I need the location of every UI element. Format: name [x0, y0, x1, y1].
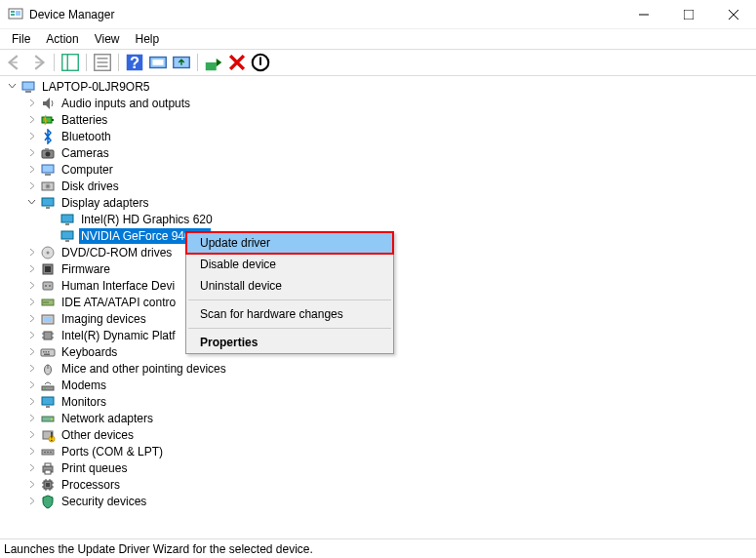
- chevron-right-icon[interactable]: [25, 97, 38, 109]
- mouse-icon: [40, 361, 56, 377]
- bluetooth-icon: [40, 129, 56, 144]
- chevron-right-icon[interactable]: [25, 478, 38, 491]
- network-icon: [40, 411, 56, 426]
- chevron-right-icon[interactable]: [25, 262, 38, 275]
- svg-rect-58: [43, 351, 45, 353]
- tree-category[interactable]: Security devices: [4, 493, 756, 509]
- tree-category[interactable]: Batteries: [4, 111, 756, 128]
- camera-icon: [40, 145, 56, 161]
- help-button[interactable]: ?: [124, 52, 145, 73]
- enable-button[interactable]: [203, 52, 224, 73]
- tree-category[interactable]: Display adapters: [4, 194, 756, 211]
- chevron-down-icon[interactable]: [6, 80, 19, 93]
- device-tree[interactable]: LAPTOP-0LJR9OR5 Audio inputs and outputs…: [0, 76, 756, 538]
- audio-icon: [40, 96, 56, 111]
- chevron-right-icon[interactable]: [25, 345, 38, 358]
- svg-rect-51: [44, 317, 52, 322]
- modem-icon: [40, 378, 56, 393]
- firmware-icon: [40, 261, 56, 277]
- disk-icon: [40, 179, 56, 194]
- tree-category[interactable]: Network adapters: [4, 410, 756, 426]
- chevron-right-icon[interactable]: [25, 179, 38, 192]
- chevron-down-icon[interactable]: [25, 196, 38, 209]
- chevron-right-icon[interactable]: [25, 163, 38, 176]
- svg-rect-27: [45, 148, 49, 150]
- monitor-icon: [40, 394, 56, 410]
- tree-category-label: Audio inputs and outputs: [60, 96, 192, 111]
- chevron-right-icon[interactable]: [25, 296, 38, 308]
- tree-category-label: IDE ATA/ATAPI contro: [60, 295, 178, 310]
- tree-category-label: Keyboards: [60, 344, 119, 360]
- tree-category[interactable]: Audio inputs and outputs: [4, 95, 756, 111]
- menu-view[interactable]: View: [87, 30, 128, 48]
- hid-icon: [40, 278, 56, 294]
- chevron-right-icon[interactable]: [25, 312, 38, 325]
- printer-icon: [40, 460, 56, 476]
- port-icon: [40, 444, 56, 459]
- tree-category[interactable]: Processors: [4, 476, 756, 493]
- svg-rect-79: [45, 470, 51, 474]
- scan-button[interactable]: [147, 52, 169, 73]
- tree-category[interactable]: Mice and other pointing devices: [4, 360, 756, 377]
- close-button[interactable]: [711, 0, 756, 29]
- tree-category[interactable]: Monitors: [4, 393, 756, 410]
- chevron-right-icon[interactable]: [25, 362, 38, 375]
- chevron-right-icon[interactable]: [25, 146, 38, 159]
- svg-rect-36: [65, 223, 69, 225]
- menu-file[interactable]: File: [4, 30, 38, 48]
- forward-button[interactable]: [27, 52, 49, 73]
- imaging-icon: [40, 311, 56, 327]
- menu-help[interactable]: Help: [128, 30, 168, 48]
- tree-category[interactable]: Modems: [4, 377, 756, 393]
- svg-rect-35: [61, 215, 73, 222]
- properties-button[interactable]: [92, 52, 113, 73]
- uninstall-button[interactable]: [226, 52, 248, 73]
- tree-root[interactable]: LAPTOP-0LJR9OR5: [4, 78, 756, 95]
- svg-point-26: [46, 151, 51, 156]
- context-properties[interactable]: Properties: [186, 332, 393, 353]
- chevron-right-icon[interactable]: [25, 428, 38, 441]
- tree-category[interactable]: Disk drives: [4, 178, 756, 194]
- chevron-right-icon[interactable]: [25, 461, 38, 474]
- display-icon: [60, 212, 75, 227]
- context-uninstall-device[interactable]: Uninstall device: [186, 275, 393, 297]
- tree-device[interactable]: Intel(R) HD Graphics 620: [4, 211, 756, 227]
- keyboard-icon: [40, 344, 56, 360]
- minimize-button[interactable]: [621, 0, 666, 29]
- chevron-right-icon[interactable]: [25, 412, 38, 424]
- titlebar: Device Manager: [0, 0, 756, 29]
- tree-root-label: LAPTOP-0LJR9OR5: [40, 79, 152, 95]
- tree-category-label: Cameras: [60, 145, 111, 161]
- chevron-right-icon[interactable]: [25, 113, 38, 126]
- tree-category[interactable]: Ports (COM & LPT): [4, 443, 756, 459]
- chevron-right-icon[interactable]: [25, 379, 38, 391]
- tree-category[interactable]: Computer: [4, 161, 756, 178]
- menu-action[interactable]: Action: [38, 30, 86, 48]
- maximize-button[interactable]: [666, 0, 711, 29]
- tree-category[interactable]: !Other devices: [4, 426, 756, 443]
- show-hide-tree-button[interactable]: [60, 52, 81, 73]
- tree-category-label: Display adapters: [60, 195, 150, 211]
- svg-rect-81: [46, 483, 50, 487]
- svg-rect-22: [25, 91, 31, 93]
- ide-icon: [40, 295, 56, 310]
- tree-category[interactable]: Cameras: [4, 144, 756, 161]
- context-update-driver[interactable]: Update driver: [186, 232, 393, 254]
- chevron-right-icon[interactable]: [25, 495, 38, 507]
- chevron-right-icon[interactable]: [25, 395, 38, 408]
- chevron-right-icon[interactable]: [25, 279, 38, 292]
- chevron-right-icon[interactable]: [25, 246, 38, 259]
- tree-category[interactable]: Bluetooth: [4, 128, 756, 144]
- context-disable-device[interactable]: Disable device: [186, 254, 393, 275]
- chevron-right-icon[interactable]: [25, 130, 38, 142]
- update-button[interactable]: [171, 52, 192, 73]
- context-scan-hardware[interactable]: Scan for hardware changes: [186, 303, 393, 325]
- svg-rect-66: [42, 397, 54, 405]
- chevron-right-icon[interactable]: [25, 329, 38, 341]
- svg-point-44: [45, 285, 47, 287]
- back-button[interactable]: [4, 52, 25, 73]
- chevron-right-icon[interactable]: [25, 445, 38, 458]
- security-icon: [40, 494, 56, 509]
- disable-button[interactable]: [250, 52, 271, 73]
- tree-category[interactable]: Print queues: [4, 459, 756, 476]
